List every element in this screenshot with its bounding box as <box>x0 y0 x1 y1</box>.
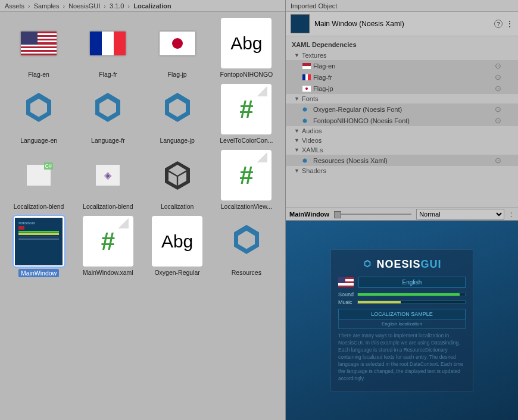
inspector-title: Main Window (Noesis Xaml) <box>314 20 492 28</box>
asset-item-selected[interactable]: NOESISGUIMainWindow <box>6 216 71 277</box>
help-icon[interactable]: ? <box>494 20 503 28</box>
triangle-down-icon: ▼ <box>294 96 299 102</box>
asset-item[interactable]: Flag-fr <box>75 18 141 78</box>
deps-item[interactable]: ⬢FontopoNIHONGO (Noesis Font)⊙ <box>286 115 518 126</box>
flag-fr-icon <box>90 32 126 55</box>
unity-icon <box>160 158 195 193</box>
blend-icon: ◈ <box>96 165 120 186</box>
asset-item[interactable]: ◈Localization-blend <box>75 150 141 210</box>
asset-thumb-mini <box>291 14 310 33</box>
language-button[interactable]: English <box>358 277 466 288</box>
asset-label: Flag-fr <box>99 71 117 78</box>
blend-icon: C# <box>27 165 51 186</box>
xaml-mini-icon: ⬢ <box>302 158 311 164</box>
sound-label: Sound <box>338 292 357 297</box>
asset-label: Language-en <box>20 137 57 144</box>
code-file-icon: # <box>87 218 129 265</box>
breadcrumb-item[interactable]: Assets <box>5 2 24 10</box>
asset-label: LevelToColorCon... <box>220 137 273 144</box>
preview-zoom-slider[interactable] <box>334 214 411 215</box>
locate-icon[interactable]: ⊙ <box>495 156 501 165</box>
music-slider[interactable] <box>357 300 466 304</box>
deps-item[interactable]: Flag-jp⊙ <box>286 83 518 94</box>
breadcrumb-item[interactable]: NoesisGUI <box>68 2 100 10</box>
asset-item[interactable]: AbgOxygen-Regular <box>145 216 210 277</box>
triangle-down-icon: ▼ <box>294 137 299 143</box>
flag-fr-icon <box>302 74 311 80</box>
asset-item[interactable]: Flag-jp <box>145 18 210 78</box>
flag-us-icon <box>21 32 57 55</box>
font-mini-icon: ⬢ <box>302 106 311 112</box>
inspector-panel: Imported Object Main Window (Noesis Xaml… <box>286 0 518 420</box>
mainwindow-thumb: NOESISGUI <box>15 218 63 265</box>
flag-us-icon <box>302 63 311 69</box>
noesis-icon <box>226 221 267 262</box>
deps-group-audios[interactable]: ▼Audios <box>286 126 518 136</box>
triangle-down-icon: ▼ <box>294 128 299 134</box>
asset-label: Flag-en <box>28 71 49 78</box>
deps-group-videos[interactable]: ▼Videos <box>286 136 518 145</box>
asset-label: MainWindow <box>18 269 59 277</box>
asset-label: MainWindow.xaml <box>83 269 133 276</box>
font-icon: Abg <box>161 231 193 252</box>
locate-icon[interactable]: ⊙ <box>495 73 501 82</box>
asset-label: Flag-jp <box>168 71 187 78</box>
asset-label: Oxygen-Regular <box>154 269 199 276</box>
noesis-icon <box>18 89 60 130</box>
chevron-right-icon: › <box>104 2 106 10</box>
asset-item[interactable]: #LevelToColorCon... <box>214 84 279 144</box>
deps-item[interactable]: Flag-en⊙ <box>286 60 518 71</box>
breadcrumb-item[interactable]: Samples <box>34 2 60 10</box>
chevron-right-icon: › <box>63 2 65 10</box>
asset-item[interactable]: Flag-en <box>6 18 71 78</box>
sample-subtitle: English localization <box>338 319 466 329</box>
asset-item[interactable]: AbgFontopoNIHONGO <box>214 18 279 78</box>
chevron-right-icon: › <box>127 2 130 10</box>
asset-grid: Flag-en Flag-fr Flag-jp AbgFontopoNIHONG… <box>0 12 285 420</box>
flag-jp-icon <box>302 86 311 92</box>
asset-item[interactable]: C#Localization-blend <box>6 150 71 210</box>
asset-item[interactable]: Resources <box>214 216 279 277</box>
asset-item[interactable]: Language-jp <box>145 84 210 144</box>
deps-group-fonts[interactable]: ▼Fonts <box>286 94 518 104</box>
asset-item[interactable]: #MainWindow.xaml <box>75 216 141 277</box>
locate-icon[interactable]: ⊙ <box>495 116 501 125</box>
breadcrumb: Assets› Samples› NoesisGUI› 3.1.0› Local… <box>0 0 285 12</box>
kebab-menu-icon[interactable]: ⋮ <box>506 20 513 28</box>
deps-item[interactable]: Flag-fr⊙ <box>286 71 518 83</box>
locate-icon[interactable]: ⊙ <box>495 84 501 93</box>
noesis-icon <box>157 89 198 130</box>
noesis-logo: NOESISGUI <box>338 258 466 271</box>
deps-group-textures[interactable]: ▼Textures <box>286 51 518 60</box>
asset-label: Language-jp <box>160 137 194 144</box>
asset-item[interactable]: Language-fr <box>75 84 141 144</box>
asset-browser: Assets› Samples› NoesisGUI› 3.1.0› Local… <box>0 0 286 420</box>
breadcrumb-item[interactable]: 3.1.0 <box>110 2 124 10</box>
locate-icon[interactable]: ⊙ <box>495 105 501 114</box>
kebab-menu-icon[interactable]: ⋮ <box>508 211 514 218</box>
triangle-down-icon: ▼ <box>294 52 299 58</box>
deps-group-shaders[interactable]: ▼Shaders <box>286 166 518 175</box>
asset-item[interactable]: Localization <box>145 150 210 210</box>
triangle-down-icon: ▼ <box>294 147 299 153</box>
dependencies-section: XAML Dependencies ▼Textures Flag-en⊙ Fla… <box>286 36 518 178</box>
breadcrumb-current[interactable]: Localization <box>133 2 171 10</box>
asset-item[interactable]: Language-en <box>6 84 71 144</box>
sound-slider[interactable] <box>357 293 466 296</box>
preview-label: MainWindow <box>289 211 329 218</box>
noesis-icon <box>87 89 129 130</box>
asset-label: Resources <box>232 269 261 276</box>
music-label: Music <box>338 299 357 305</box>
preview-toolbar: MainWindow Normal ⋮ <box>286 208 518 221</box>
deps-group-xamls[interactable]: ▼XAMLs <box>286 145 518 155</box>
chevron-right-icon: › <box>28 2 30 10</box>
asset-label: Localization-blend <box>14 203 64 210</box>
preview-area[interactable]: NOESISGUI English Sound Music LOCALIZATI… <box>286 221 518 420</box>
asset-item[interactable]: #LocalizationView... <box>214 150 279 210</box>
inspector-header: Imported Object <box>286 0 518 12</box>
sample-description: There are many ways to implement localiz… <box>338 333 466 382</box>
deps-item[interactable]: ⬢Oxygen-Regular (Noesis Font)⊙ <box>286 104 518 115</box>
locate-icon[interactable]: ⊙ <box>495 61 501 70</box>
preview-mode-select[interactable]: Normal <box>416 209 504 220</box>
deps-item[interactable]: ⬢Resources (Noesis Xaml)⊙ <box>286 155 518 166</box>
